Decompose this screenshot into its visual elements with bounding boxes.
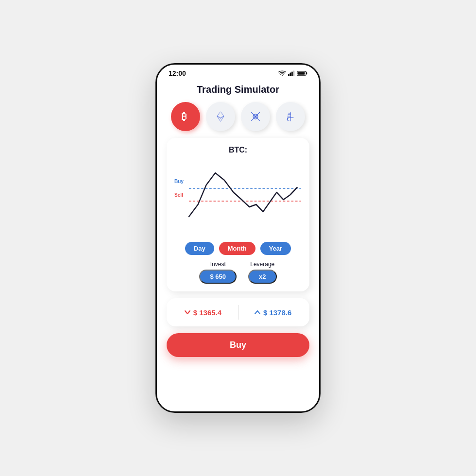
price-up: $ 1378.6: [255, 308, 291, 317]
crypto-selector: ₿: [167, 102, 309, 131]
crypto-btn-ltc[interactable]: Ł: [276, 102, 305, 131]
chart-card: BTC: Buy Sell Day Month Year: [167, 138, 309, 291]
svg-rect-6: [306, 72, 307, 74]
price-card: $ 1365.4 $ 1378.6: [167, 298, 309, 326]
leverage-label: Leverage: [250, 261, 274, 268]
buy-button[interactable]: Buy: [167, 333, 309, 357]
svg-rect-4: [293, 70, 295, 76]
crypto-btn-xrp[interactable]: [241, 102, 270, 131]
price-up-value: $ 1378.6: [263, 308, 291, 317]
status-bar: 12:00: [157, 65, 319, 79]
svg-rect-2: [290, 73, 291, 76]
price-divider: [238, 305, 238, 320]
time-btn-month[interactable]: Month: [219, 242, 255, 255]
chevron-up-icon: [255, 310, 260, 315]
leverage-group: Leverage x2: [248, 261, 276, 284]
invest-group: Invest $ 650: [199, 261, 237, 284]
chart-title: BTC:: [174, 146, 302, 154]
status-icons: [278, 70, 307, 76]
sell-label: Sell: [174, 192, 183, 198]
crypto-btn-btc[interactable]: ₿: [171, 102, 200, 131]
buy-label: Buy: [174, 179, 184, 184]
time-filters: Day Month Year: [174, 242, 302, 255]
crypto-btn-eth[interactable]: [206, 102, 235, 131]
price-down-value: $ 1365.4: [193, 308, 221, 317]
app-title: Trading Simulator: [167, 84, 309, 95]
time-btn-day[interactable]: Day: [185, 242, 214, 255]
invest-label: Invest: [210, 261, 226, 268]
invest-row: Invest $ 650 Leverage x2: [174, 261, 302, 284]
battery-icon: [297, 70, 307, 76]
wifi-icon: [278, 70, 286, 76]
phone-frame: 12:00 Tr: [155, 63, 321, 413]
status-time: 12:00: [169, 69, 186, 77]
chevron-down-icon: [185, 310, 190, 315]
time-btn-year[interactable]: Year: [260, 242, 291, 255]
content-area: Trading Simulator ₿: [157, 79, 319, 411]
svg-marker-10: [217, 117, 224, 122]
signal-icon: [288, 70, 295, 76]
svg-text:₿: ₿: [182, 111, 187, 122]
chart-svg: [174, 158, 302, 236]
svg-rect-3: [291, 72, 293, 76]
svg-rect-1: [288, 74, 289, 76]
svg-point-0: [282, 75, 283, 76]
svg-point-14: [255, 116, 256, 117]
svg-marker-9: [217, 112, 224, 118]
chart-area: Buy Sell: [174, 158, 302, 236]
invest-value[interactable]: $ 650: [199, 270, 237, 284]
price-down: $ 1365.4: [185, 308, 221, 317]
svg-text:Ł: Ł: [287, 117, 290, 121]
leverage-value[interactable]: x2: [248, 270, 276, 284]
svg-rect-7: [297, 72, 305, 75]
